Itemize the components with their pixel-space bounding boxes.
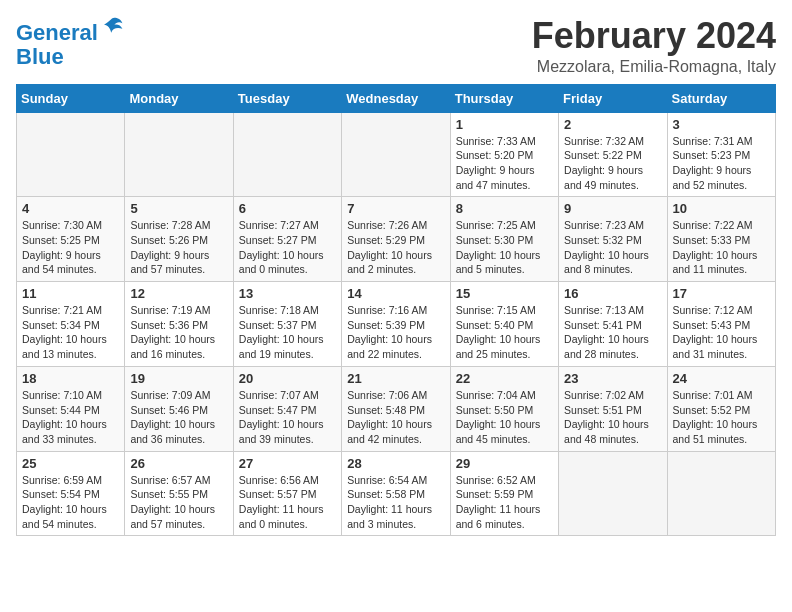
page-header: General Blue February 2024 Mezzolara, Em…	[16, 16, 776, 76]
day-info: Sunrise: 7:09 AM Sunset: 5:46 PM Dayligh…	[130, 388, 227, 447]
day-number: 1	[456, 117, 553, 132]
day-info: Sunrise: 7:15 AM Sunset: 5:40 PM Dayligh…	[456, 303, 553, 362]
day-number: 18	[22, 371, 119, 386]
calendar-cell: 28Sunrise: 6:54 AM Sunset: 5:58 PM Dayli…	[342, 451, 450, 536]
day-info: Sunrise: 7:13 AM Sunset: 5:41 PM Dayligh…	[564, 303, 661, 362]
calendar-week-row: 18Sunrise: 7:10 AM Sunset: 5:44 PM Dayli…	[17, 366, 776, 451]
calendar-week-row: 1Sunrise: 7:33 AM Sunset: 5:20 PM Daylig…	[17, 112, 776, 197]
calendar-day-header: Tuesday	[233, 84, 341, 112]
day-number: 24	[673, 371, 770, 386]
day-info: Sunrise: 6:57 AM Sunset: 5:55 PM Dayligh…	[130, 473, 227, 532]
day-number: 14	[347, 286, 444, 301]
calendar-cell: 24Sunrise: 7:01 AM Sunset: 5:52 PM Dayli…	[667, 366, 775, 451]
logo-bird-icon	[100, 16, 124, 40]
day-number: 6	[239, 201, 336, 216]
calendar-day-header: Wednesday	[342, 84, 450, 112]
calendar-cell: 17Sunrise: 7:12 AM Sunset: 5:43 PM Dayli…	[667, 282, 775, 367]
day-number: 23	[564, 371, 661, 386]
calendar-cell: 25Sunrise: 6:59 AM Sunset: 5:54 PM Dayli…	[17, 451, 125, 536]
calendar-cell	[559, 451, 667, 536]
day-info: Sunrise: 7:25 AM Sunset: 5:30 PM Dayligh…	[456, 218, 553, 277]
day-number: 10	[673, 201, 770, 216]
calendar-cell: 19Sunrise: 7:09 AM Sunset: 5:46 PM Dayli…	[125, 366, 233, 451]
subtitle: Mezzolara, Emilia-Romagna, Italy	[532, 58, 776, 76]
calendar-cell: 5Sunrise: 7:28 AM Sunset: 5:26 PM Daylig…	[125, 197, 233, 282]
calendar-cell: 12Sunrise: 7:19 AM Sunset: 5:36 PM Dayli…	[125, 282, 233, 367]
calendar-cell: 26Sunrise: 6:57 AM Sunset: 5:55 PM Dayli…	[125, 451, 233, 536]
calendar-table: SundayMondayTuesdayWednesdayThursdayFrid…	[16, 84, 776, 537]
calendar-cell: 1Sunrise: 7:33 AM Sunset: 5:20 PM Daylig…	[450, 112, 558, 197]
logo-text: General	[16, 16, 124, 45]
day-info: Sunrise: 7:06 AM Sunset: 5:48 PM Dayligh…	[347, 388, 444, 447]
logo-general: General	[16, 20, 98, 45]
calendar-cell: 15Sunrise: 7:15 AM Sunset: 5:40 PM Dayli…	[450, 282, 558, 367]
day-number: 3	[673, 117, 770, 132]
day-info: Sunrise: 7:10 AM Sunset: 5:44 PM Dayligh…	[22, 388, 119, 447]
day-info: Sunrise: 7:26 AM Sunset: 5:29 PM Dayligh…	[347, 218, 444, 277]
calendar-cell	[125, 112, 233, 197]
day-info: Sunrise: 7:04 AM Sunset: 5:50 PM Dayligh…	[456, 388, 553, 447]
calendar-cell: 13Sunrise: 7:18 AM Sunset: 5:37 PM Dayli…	[233, 282, 341, 367]
calendar-cell	[667, 451, 775, 536]
day-number: 20	[239, 371, 336, 386]
calendar-cell	[233, 112, 341, 197]
calendar-week-row: 11Sunrise: 7:21 AM Sunset: 5:34 PM Dayli…	[17, 282, 776, 367]
day-number: 21	[347, 371, 444, 386]
calendar-cell: 10Sunrise: 7:22 AM Sunset: 5:33 PM Dayli…	[667, 197, 775, 282]
calendar-day-header: Thursday	[450, 84, 558, 112]
day-info: Sunrise: 6:59 AM Sunset: 5:54 PM Dayligh…	[22, 473, 119, 532]
calendar-week-row: 4Sunrise: 7:30 AM Sunset: 5:25 PM Daylig…	[17, 197, 776, 282]
calendar-cell: 8Sunrise: 7:25 AM Sunset: 5:30 PM Daylig…	[450, 197, 558, 282]
day-number: 12	[130, 286, 227, 301]
day-info: Sunrise: 7:12 AM Sunset: 5:43 PM Dayligh…	[673, 303, 770, 362]
calendar-day-header: Saturday	[667, 84, 775, 112]
calendar-cell: 11Sunrise: 7:21 AM Sunset: 5:34 PM Dayli…	[17, 282, 125, 367]
calendar-cell: 2Sunrise: 7:32 AM Sunset: 5:22 PM Daylig…	[559, 112, 667, 197]
calendar-cell: 4Sunrise: 7:30 AM Sunset: 5:25 PM Daylig…	[17, 197, 125, 282]
calendar-cell: 9Sunrise: 7:23 AM Sunset: 5:32 PM Daylig…	[559, 197, 667, 282]
day-info: Sunrise: 6:56 AM Sunset: 5:57 PM Dayligh…	[239, 473, 336, 532]
day-info: Sunrise: 7:32 AM Sunset: 5:22 PM Dayligh…	[564, 134, 661, 193]
day-info: Sunrise: 7:22 AM Sunset: 5:33 PM Dayligh…	[673, 218, 770, 277]
day-info: Sunrise: 7:30 AM Sunset: 5:25 PM Dayligh…	[22, 218, 119, 277]
calendar-cell: 27Sunrise: 6:56 AM Sunset: 5:57 PM Dayli…	[233, 451, 341, 536]
title-block: February 2024 Mezzolara, Emilia-Romagna,…	[532, 16, 776, 76]
calendar-cell: 14Sunrise: 7:16 AM Sunset: 5:39 PM Dayli…	[342, 282, 450, 367]
day-number: 17	[673, 286, 770, 301]
day-number: 19	[130, 371, 227, 386]
calendar-cell: 18Sunrise: 7:10 AM Sunset: 5:44 PM Dayli…	[17, 366, 125, 451]
day-info: Sunrise: 7:19 AM Sunset: 5:36 PM Dayligh…	[130, 303, 227, 362]
day-info: Sunrise: 7:28 AM Sunset: 5:26 PM Dayligh…	[130, 218, 227, 277]
calendar-cell: 6Sunrise: 7:27 AM Sunset: 5:27 PM Daylig…	[233, 197, 341, 282]
day-number: 25	[22, 456, 119, 471]
calendar-day-header: Sunday	[17, 84, 125, 112]
calendar-cell: 20Sunrise: 7:07 AM Sunset: 5:47 PM Dayli…	[233, 366, 341, 451]
day-info: Sunrise: 7:07 AM Sunset: 5:47 PM Dayligh…	[239, 388, 336, 447]
day-info: Sunrise: 7:02 AM Sunset: 5:51 PM Dayligh…	[564, 388, 661, 447]
day-number: 4	[22, 201, 119, 216]
calendar-cell: 29Sunrise: 6:52 AM Sunset: 5:59 PM Dayli…	[450, 451, 558, 536]
day-info: Sunrise: 7:18 AM Sunset: 5:37 PM Dayligh…	[239, 303, 336, 362]
day-number: 26	[130, 456, 227, 471]
main-title: February 2024	[532, 16, 776, 56]
calendar-day-header: Monday	[125, 84, 233, 112]
day-info: Sunrise: 7:16 AM Sunset: 5:39 PM Dayligh…	[347, 303, 444, 362]
day-number: 16	[564, 286, 661, 301]
day-number: 7	[347, 201, 444, 216]
day-number: 15	[456, 286, 553, 301]
calendar-cell	[342, 112, 450, 197]
logo: General Blue	[16, 16, 124, 69]
day-info: Sunrise: 7:31 AM Sunset: 5:23 PM Dayligh…	[673, 134, 770, 193]
day-number: 28	[347, 456, 444, 471]
day-number: 11	[22, 286, 119, 301]
calendar-week-row: 25Sunrise: 6:59 AM Sunset: 5:54 PM Dayli…	[17, 451, 776, 536]
logo-blue: Blue	[16, 45, 124, 69]
day-info: Sunrise: 7:33 AM Sunset: 5:20 PM Dayligh…	[456, 134, 553, 193]
day-info: Sunrise: 6:54 AM Sunset: 5:58 PM Dayligh…	[347, 473, 444, 532]
day-number: 5	[130, 201, 227, 216]
calendar-day-header: Friday	[559, 84, 667, 112]
day-number: 13	[239, 286, 336, 301]
calendar-cell: 3Sunrise: 7:31 AM Sunset: 5:23 PM Daylig…	[667, 112, 775, 197]
day-info: Sunrise: 7:01 AM Sunset: 5:52 PM Dayligh…	[673, 388, 770, 447]
day-number: 9	[564, 201, 661, 216]
